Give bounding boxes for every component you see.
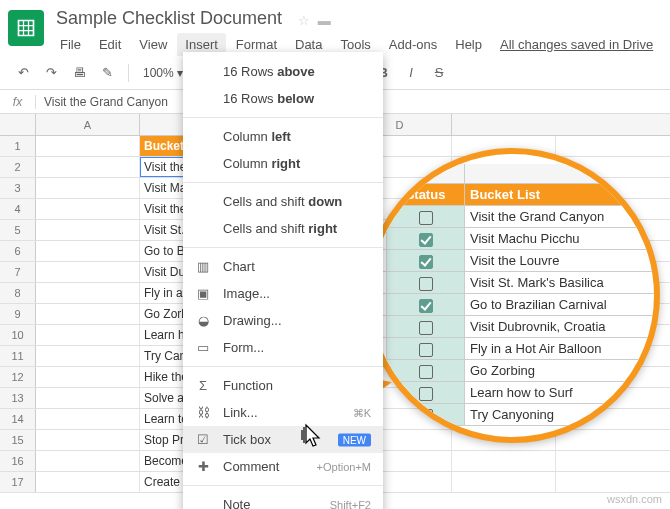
checkbox-cell[interactable]: [387, 206, 465, 227]
menu-tickbox[interactable]: ☑Tick boxNEW: [183, 426, 383, 453]
menu-help[interactable]: Help: [447, 33, 490, 56]
checkbox-icon[interactable]: [419, 343, 433, 357]
row-header[interactable]: 1: [0, 136, 36, 156]
cell[interactable]: [36, 367, 140, 387]
checkbox-cell[interactable]: [387, 250, 465, 271]
cell[interactable]: [36, 472, 140, 492]
star-icon[interactable]: ☆: [298, 13, 310, 28]
cell[interactable]: [36, 451, 140, 471]
folder-icon[interactable]: ▬: [318, 13, 331, 28]
print-button[interactable]: 🖶: [68, 62, 90, 84]
row-header[interactable]: 15: [0, 430, 36, 450]
menu-addons[interactable]: Add-ons: [381, 33, 445, 56]
checkbox-icon[interactable]: [419, 277, 433, 291]
menu-rows-below[interactable]: 16 Rows below: [183, 85, 383, 112]
row-header[interactable]: 9: [0, 304, 36, 324]
strikethrough-button[interactable]: S: [428, 62, 450, 84]
fx-label: fx: [0, 95, 36, 109]
chart-icon: ▥: [195, 259, 211, 275]
menu-image[interactable]: ▣Image...: [183, 280, 383, 307]
cell[interactable]: [452, 451, 556, 471]
list-item[interactable]: Visit the Louvre: [465, 250, 660, 271]
document-title[interactable]: Sample Checklist Document: [52, 6, 286, 31]
checkbox-icon[interactable]: [419, 299, 433, 313]
row-header[interactable]: 11: [0, 346, 36, 366]
checkbox-cell[interactable]: [387, 228, 465, 249]
list-item[interactable]: Visit the Grand Canyon: [465, 206, 660, 227]
menu-comment[interactable]: ✚Comment+Option+M: [183, 453, 383, 480]
row-header[interactable]: 6: [0, 241, 36, 261]
row-header[interactable]: 17: [0, 472, 36, 492]
menu-chart[interactable]: ▥Chart: [183, 253, 383, 280]
cell[interactable]: [36, 325, 140, 345]
checkbox-icon[interactable]: [419, 233, 433, 247]
comment-icon: ✚: [195, 459, 211, 475]
row-header[interactable]: 7: [0, 262, 36, 282]
cell[interactable]: [36, 388, 140, 408]
row-header[interactable]: 2: [0, 157, 36, 177]
menu-rows-above[interactable]: 16 Rows above: [183, 58, 383, 85]
row-header[interactable]: 16: [0, 451, 36, 471]
row-header[interactable]: 5: [0, 220, 36, 240]
cell[interactable]: [36, 199, 140, 219]
checkbox-cell[interactable]: [387, 338, 465, 359]
cell[interactable]: [36, 283, 140, 303]
cell[interactable]: [36, 409, 140, 429]
row-header[interactable]: 14: [0, 409, 36, 429]
checkbox-cell[interactable]: [387, 272, 465, 293]
list-item[interactable]: Visit Machu Picchu: [465, 228, 660, 249]
menu-file[interactable]: File: [52, 33, 89, 56]
checkbox-icon[interactable]: [419, 321, 433, 335]
checkbox-cell[interactable]: [387, 360, 465, 381]
checkbox-cell[interactable]: [387, 294, 465, 315]
list-item[interactable]: Visit St. Mark's Basilica: [465, 272, 660, 293]
cell[interactable]: [36, 157, 140, 177]
menu-note[interactable]: NoteShift+F2: [183, 491, 383, 509]
cell[interactable]: [36, 430, 140, 450]
italic-button[interactable]: I: [400, 62, 422, 84]
checkbox-icon: ☑: [195, 432, 211, 448]
zoom-select[interactable]: 100% ▾: [139, 66, 187, 80]
list-item[interactable]: Go Zorbing: [465, 360, 660, 381]
formula-bar[interactable]: Visit the Grand Canyon: [36, 95, 168, 109]
checkbox-icon[interactable]: [419, 387, 433, 401]
menu-cells-shift-down[interactable]: Cells and shift down: [183, 188, 383, 215]
row-header[interactable]: 10: [0, 325, 36, 345]
menu-edit[interactable]: Edit: [91, 33, 129, 56]
select-all-corner[interactable]: [0, 114, 36, 135]
insert-menu-dropdown: 16 Rows above 16 Rows below Column left …: [183, 52, 383, 509]
row-header[interactable]: 3: [0, 178, 36, 198]
checkbox-icon[interactable]: [419, 365, 433, 379]
cell[interactable]: [36, 178, 140, 198]
checkbox-cell[interactable]: [387, 316, 465, 337]
row-header[interactable]: 13: [0, 388, 36, 408]
menu-cells-shift-right[interactable]: Cells and shift right: [183, 215, 383, 242]
menu-column-left[interactable]: Column left: [183, 123, 383, 150]
paint-format-button[interactable]: ✎: [96, 62, 118, 84]
checkbox-icon[interactable]: [419, 255, 433, 269]
function-icon: Σ: [195, 378, 211, 394]
menu-link[interactable]: ⛓Link...⌘K: [183, 399, 383, 426]
menu-drawing[interactable]: ◒Drawing...: [183, 307, 383, 334]
cell[interactable]: [36, 304, 140, 324]
menu-column-right[interactable]: Column right: [183, 150, 383, 177]
list-item[interactable]: Fly in a Hot Air Balloon: [465, 338, 660, 359]
column-header-a[interactable]: A: [36, 114, 140, 135]
checkbox-icon[interactable]: [419, 211, 433, 225]
row-header[interactable]: 12: [0, 367, 36, 387]
list-item[interactable]: Visit Dubrovnik, Croatia: [465, 316, 660, 337]
cell[interactable]: [36, 136, 140, 156]
list-item[interactable]: Go to Brazilian Carnival: [465, 294, 660, 315]
cell[interactable]: [36, 346, 140, 366]
cell[interactable]: [452, 472, 556, 492]
menu-view[interactable]: View: [131, 33, 175, 56]
menu-form[interactable]: ▭Form...: [183, 334, 383, 361]
menu-function[interactable]: ΣFunction: [183, 372, 383, 399]
cell[interactable]: [36, 220, 140, 240]
row-header[interactable]: 8: [0, 283, 36, 303]
cell[interactable]: [36, 262, 140, 282]
cell[interactable]: [36, 241, 140, 261]
row-header[interactable]: 4: [0, 199, 36, 219]
undo-button[interactable]: ↶: [12, 62, 34, 84]
redo-button[interactable]: ↷: [40, 62, 62, 84]
